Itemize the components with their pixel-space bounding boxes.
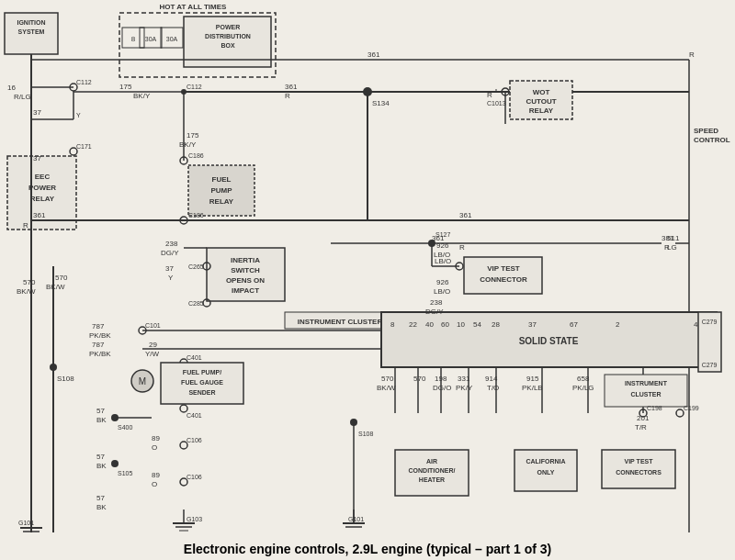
svg-text:C112: C112 <box>187 84 202 90</box>
svg-text:BK/W: BK/W <box>17 287 36 296</box>
svg-text:S134: S134 <box>372 99 390 107</box>
svg-text:S108: S108 <box>358 431 373 437</box>
svg-text:RELAY: RELAY <box>209 197 234 206</box>
svg-text:57: 57 <box>96 494 105 502</box>
svg-text:T/O: T/O <box>487 384 499 392</box>
svg-text:DG/Y: DG/Y <box>161 249 179 257</box>
svg-text:C186: C186 <box>188 212 204 218</box>
svg-text:2: 2 <box>616 320 620 329</box>
diagram-container: HOT AT ALL TIMES POWER DISTRIBUTION BOX … <box>0 0 735 560</box>
svg-text:658: 658 <box>577 375 590 383</box>
wiring-diagram: HOT AT ALL TIMES POWER DISTRIBUTION BOX … <box>0 0 735 532</box>
svg-text:AIR: AIR <box>426 458 437 465</box>
svg-text:787: 787 <box>92 322 105 330</box>
svg-text:54: 54 <box>473 320 481 329</box>
svg-text:C186: C186 <box>188 152 204 159</box>
svg-text:570: 570 <box>23 278 36 286</box>
svg-text:37: 37 <box>165 264 174 273</box>
svg-text:C198: C198 <box>647 405 662 411</box>
svg-text:C265: C265 <box>188 263 204 270</box>
svg-text:BOX: BOX <box>220 42 235 49</box>
svg-text:10: 10 <box>457 320 465 329</box>
svg-text:570: 570 <box>55 274 68 282</box>
svg-text:915: 915 <box>526 375 539 383</box>
svg-text:361: 361 <box>285 83 298 91</box>
svg-text:C106: C106 <box>187 437 202 443</box>
svg-text:8: 8 <box>131 35 136 43</box>
svg-point-128 <box>111 414 119 421</box>
svg-text:ONLY: ONLY <box>537 469 555 476</box>
svg-text:R/LG: R/LG <box>14 93 31 101</box>
svg-text:R: R <box>664 243 670 252</box>
svg-text:C401: C401 <box>187 412 202 419</box>
svg-text:DISTRIBUTION: DISTRIBUTION <box>205 33 251 39</box>
svg-text:PK/Y: PK/Y <box>456 384 473 392</box>
diagram-caption: Electronic engine controls, 2.9L engine … <box>0 542 735 556</box>
svg-text:POWER: POWER <box>28 184 56 192</box>
svg-text:C285: C285 <box>188 300 204 307</box>
svg-text:238: 238 <box>430 298 443 307</box>
svg-text:SPEED: SPEED <box>694 127 718 135</box>
svg-text:37: 37 <box>33 154 41 162</box>
svg-text:SOLID STATE: SOLID STATE <box>519 336 579 346</box>
svg-text:FUEL: FUEL <box>212 175 232 184</box>
svg-text:DG/O: DG/O <box>433 384 451 392</box>
svg-text:RELAY: RELAY <box>30 195 55 203</box>
svg-text:CONNECTOR: CONNECTOR <box>480 275 527 284</box>
svg-text:22: 22 <box>409 320 417 329</box>
svg-text:CLUSTER: CLUSTER <box>630 391 661 398</box>
svg-text:57: 57 <box>96 407 105 415</box>
svg-text:60: 60 <box>441 320 449 329</box>
svg-text:175: 175 <box>187 131 199 140</box>
svg-text:EEC: EEC <box>35 173 51 181</box>
svg-text:BK: BK <box>96 462 107 470</box>
svg-text:G103: G103 <box>187 516 202 522</box>
svg-text:C101: C101 <box>145 322 161 329</box>
svg-point-136 <box>111 460 119 467</box>
svg-text:CONTROL: CONTROL <box>694 136 730 144</box>
svg-text:S400: S400 <box>118 424 132 431</box>
svg-text:Y: Y <box>76 112 81 118</box>
svg-text:175: 175 <box>119 83 132 91</box>
svg-text:R: R <box>689 50 695 59</box>
svg-text:37: 37 <box>528 320 537 329</box>
svg-text:37: 37 <box>33 108 41 117</box>
svg-text:O: O <box>152 443 157 452</box>
svg-text:Y/W: Y/W <box>145 350 160 358</box>
svg-text:89: 89 <box>152 434 160 442</box>
svg-text:SWITCH: SWITCH <box>231 266 260 274</box>
svg-text:30A: 30A <box>166 36 178 42</box>
svg-text:361: 361 <box>33 211 46 219</box>
svg-text:CONNECTORS: CONNECTORS <box>616 469 662 476</box>
svg-text:926: 926 <box>436 278 449 286</box>
svg-text:PK/BK: PK/BK <box>89 350 111 358</box>
svg-text:570: 570 <box>381 375 394 383</box>
svg-text:C106: C106 <box>187 474 202 480</box>
svg-text:238: 238 <box>165 240 178 248</box>
svg-text:CUTOUT: CUTOUT <box>526 97 556 106</box>
svg-text:WOT: WOT <box>533 88 550 96</box>
svg-text:926: 926 <box>436 241 449 250</box>
svg-text:787: 787 <box>92 341 105 349</box>
svg-text:INERTIA: INERTIA <box>231 256 260 264</box>
svg-text:28: 28 <box>492 320 500 329</box>
svg-text:CALIFORNIA: CALIFORNIA <box>526 458 565 465</box>
svg-text:S105: S105 <box>118 470 132 476</box>
svg-text:PUMP: PUMP <box>210 186 232 195</box>
svg-text:PK/LG: PK/LG <box>572 384 594 392</box>
svg-text:BK/W: BK/W <box>377 384 396 392</box>
svg-text:HOT AT ALL TIMES: HOT AT ALL TIMES <box>160 3 228 11</box>
svg-text:HEATER: HEATER <box>419 476 445 483</box>
svg-text:PK/LB: PK/LB <box>522 384 543 392</box>
svg-text:S127: S127 <box>435 231 450 238</box>
svg-text:BK: BK <box>96 416 107 424</box>
svg-text:FUEL GAUGE: FUEL GAUGE <box>181 379 223 386</box>
svg-text:INSTRUMENT: INSTRUMENT <box>625 380 668 386</box>
svg-text:R: R <box>285 92 290 100</box>
svg-text:POWER: POWER <box>216 24 240 30</box>
svg-text:OPENS ON: OPENS ON <box>226 276 265 285</box>
svg-text:8: 8 <box>390 320 395 329</box>
svg-text:G101: G101 <box>348 516 364 522</box>
svg-text:Y: Y <box>168 274 174 282</box>
svg-text:R: R <box>23 221 28 230</box>
